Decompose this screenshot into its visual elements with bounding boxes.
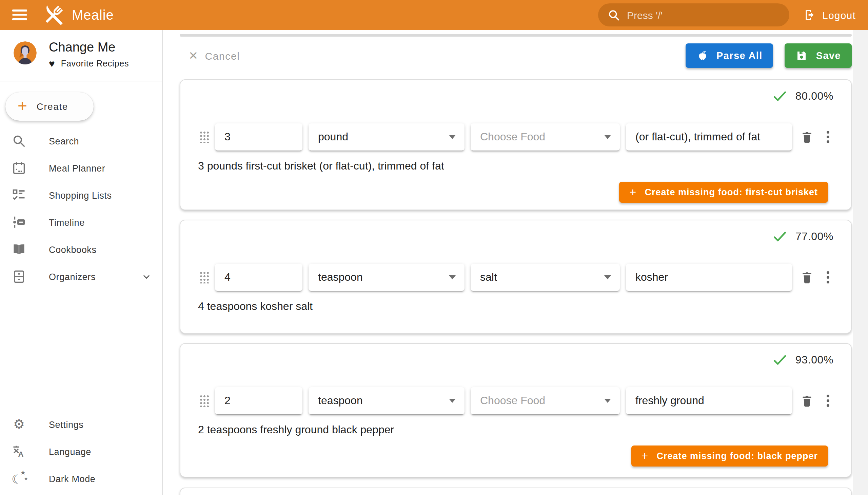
original-ingredient-text: 2 teaspoons freshly ground black pepper <box>198 423 835 436</box>
apple-icon <box>696 50 708 62</box>
trash-icon <box>800 393 814 408</box>
kebab-menu-icon[interactable] <box>823 270 833 285</box>
checklist-icon <box>12 188 27 203</box>
food-select[interactable]: salt <box>471 264 620 291</box>
quantity-input[interactable] <box>215 264 303 291</box>
check-icon <box>772 353 787 368</box>
note-input[interactable] <box>626 264 792 291</box>
sidebar-item-dark-mode[interactable]: ☾ ★ ★ Dark Mode <box>0 465 162 492</box>
svg-text:A: A <box>18 450 23 458</box>
mealie-app: Mealie Press '/' Logout <box>0 0 868 495</box>
parse-all-button[interactable]: Parse All <box>685 44 773 68</box>
kebab-menu-icon[interactable] <box>823 393 833 408</box>
sidebar-menu: Search Meal Planner <box>0 127 162 290</box>
sidebar-item-label: Language <box>49 446 153 457</box>
original-ingredient-text: 4 teaspoons kosher salt <box>198 300 835 312</box>
food-select[interactable]: Choose Food <box>471 387 620 414</box>
sidebar-item-search[interactable]: Search <box>0 127 162 155</box>
sidebar-item-cookbooks[interactable]: Cookbooks <box>0 236 162 263</box>
create-button[interactable]: + Create <box>5 92 93 121</box>
sidebar-item-organizers[interactable]: Organizers <box>0 263 162 290</box>
ingredient-card-partial <box>180 488 852 495</box>
plus-icon: + <box>630 186 637 198</box>
translate-icon: A <box>12 444 27 459</box>
confidence-value: 77.00% <box>796 231 833 243</box>
sidebar-item-label: Dark Mode <box>49 474 153 484</box>
calendar-icon <box>12 161 27 176</box>
chevron-down-icon <box>604 275 611 279</box>
create-missing-food-label: Create missing food: black pepper <box>657 451 818 461</box>
unit-select[interactable]: teaspoon <box>309 387 464 414</box>
create-missing-food-label: Create missing food: first-cut brisket <box>645 187 818 197</box>
sidebar-item-shopping-lists[interactable]: Shopping Lists <box>0 182 162 209</box>
search-icon <box>607 8 620 21</box>
check-icon <box>772 89 787 104</box>
parse-all-label: Parse All <box>716 50 763 61</box>
sidebar-item-label: Organizers <box>49 272 140 282</box>
sidebar-item-label: Search <box>49 136 153 146</box>
chevron-down-icon <box>604 399 611 403</box>
drag-handle-icon[interactable] <box>199 395 209 407</box>
confidence-value: 93.00% <box>796 354 833 366</box>
delete-button[interactable] <box>800 393 814 408</box>
ingredient-card: 80.00% pound Choose Food <box>180 79 852 210</box>
quantity-input[interactable] <box>215 123 303 151</box>
user-name: Change Me <box>49 39 129 56</box>
delete-button[interactable] <box>800 130 814 144</box>
plus-icon: + <box>642 450 649 462</box>
create-missing-food-button[interactable]: + Create missing food: first-cut brisket <box>619 182 828 203</box>
save-button[interactable]: Save <box>785 44 852 68</box>
food-select[interactable]: Choose Food <box>471 123 620 151</box>
sidebar-item-label: Meal Planner <box>49 163 153 173</box>
ingredient-card: 77.00% teaspoon salt <box>180 220 852 334</box>
star-icon: ★ <box>20 469 26 476</box>
logout-label: Logout <box>822 9 856 21</box>
sidebar-bottom-menu: ⚙ Settings A Language ☾ <box>0 411 162 492</box>
scrolled-element-edge <box>180 34 852 37</box>
trash-icon <box>800 270 814 285</box>
sidebar-item-label: Timeline <box>49 217 153 227</box>
delete-button[interactable] <box>800 270 814 285</box>
chevron-down-icon <box>449 275 456 279</box>
app-title: Mealie <box>72 7 114 23</box>
save-label: Save <box>816 50 841 61</box>
note-input[interactable] <box>626 387 792 414</box>
trash-icon <box>800 130 814 144</box>
sidebar-item-label: Settings <box>49 420 153 430</box>
ingredient-card: 93.00% teaspoon Choose Food <box>180 343 852 477</box>
favorite-recipes-label: Favorite Recipes <box>61 59 129 68</box>
close-icon: ✕ <box>188 50 198 62</box>
plus-icon: + <box>18 98 27 114</box>
hamburger-menu-icon[interactable] <box>12 7 30 22</box>
sidebar-item-label: Cookbooks <box>49 244 153 255</box>
cabinet-icon <box>12 269 27 284</box>
user-avatar <box>14 41 37 64</box>
logout-button[interactable]: Logout <box>803 8 856 22</box>
sidebar-item-label: Shopping Lists <box>49 190 153 200</box>
sidebar-item-meal-planner[interactable]: Meal Planner <box>0 155 162 182</box>
star-icon: ★ <box>24 476 28 481</box>
confidence-value: 80.00% <box>796 90 833 102</box>
drag-handle-icon[interactable] <box>199 131 209 143</box>
scrollbar[interactable] <box>853 30 868 495</box>
sidebar-item-settings[interactable]: ⚙ Settings <box>0 411 162 438</box>
kebab-menu-icon[interactable] <box>823 130 833 144</box>
search-input[interactable]: Press '/' <box>598 3 789 27</box>
sidebar-item-timeline[interactable]: Timeline <box>0 209 162 236</box>
chevron-down-icon <box>449 135 456 139</box>
sidebar-item-language[interactable]: A Language <box>0 438 162 465</box>
drag-handle-icon[interactable] <box>199 271 209 284</box>
gear-icon: ⚙ <box>12 417 27 432</box>
quantity-input[interactable] <box>215 387 303 414</box>
unit-select[interactable]: pound <box>309 123 464 151</box>
note-input[interactable] <box>626 123 792 151</box>
parser-toolbar: ✕ Cancel Parse All <box>180 44 852 68</box>
favorite-recipes-link[interactable]: ♥ Favorite Recipes <box>49 59 129 68</box>
chevron-down-icon <box>449 399 456 403</box>
cancel-button[interactable]: ✕ Cancel <box>188 50 240 62</box>
create-missing-food-button[interactable]: + Create missing food: black pepper <box>631 445 828 466</box>
user-profile[interactable]: Change Me ♥ Favorite Recipes <box>0 30 162 75</box>
unit-select[interactable]: teaspoon <box>309 264 464 291</box>
ingredient-parser-panel: ✕ Cancel Parse All <box>163 30 868 495</box>
moon-icon: ☾ ★ ★ <box>12 471 27 486</box>
